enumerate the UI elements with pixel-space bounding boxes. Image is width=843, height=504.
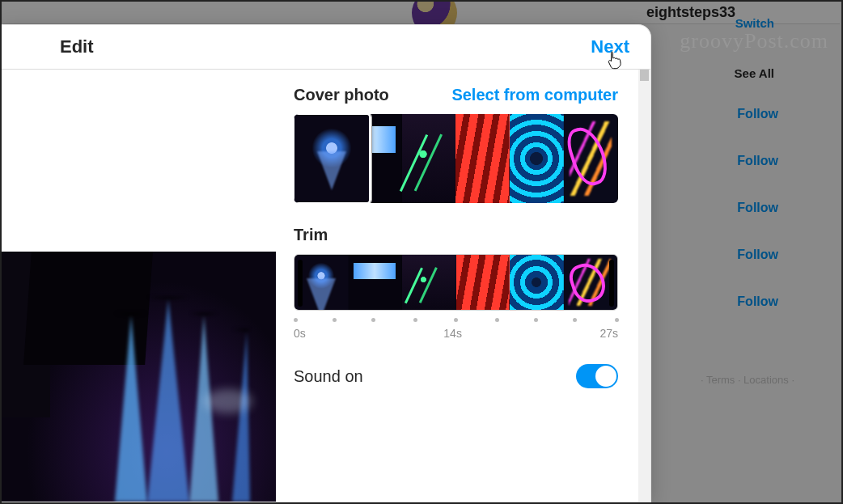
modal-title: Edit bbox=[60, 36, 94, 57]
edit-post-modal: Edit Next bbox=[2, 24, 651, 502]
modal-header: Edit Next bbox=[2, 25, 650, 70]
select-from-computer-link[interactable]: Select from computer bbox=[451, 86, 618, 104]
trim-frame bbox=[402, 255, 456, 310]
scrollbar-track[interactable] bbox=[638, 70, 650, 502]
cursor-pointer-icon bbox=[607, 50, 623, 70]
trim-tick-labels: 0s 14s 27s bbox=[294, 327, 618, 340]
trim-frame bbox=[456, 255, 510, 310]
cover-frame[interactable] bbox=[510, 114, 564, 203]
trim-frame bbox=[510, 255, 564, 310]
edit-controls: Cover photo Select from computer Trim bbox=[276, 70, 650, 502]
trim-frame bbox=[349, 255, 403, 310]
tick-label: 14s bbox=[443, 327, 462, 340]
toggle-knob bbox=[595, 366, 616, 387]
sound-toggle[interactable] bbox=[576, 364, 618, 388]
tick-label: 0s bbox=[294, 327, 306, 340]
trim-ticks bbox=[294, 316, 618, 325]
cover-frame[interactable] bbox=[402, 114, 456, 203]
cover-photo-heading: Cover photo bbox=[294, 86, 389, 104]
scrollbar-thumb[interactable] bbox=[640, 70, 649, 81]
trim-timeline[interactable] bbox=[294, 254, 618, 311]
trim-handle-start[interactable] bbox=[298, 260, 303, 307]
cover-frame-strip[interactable] bbox=[294, 114, 618, 203]
trim-heading: Trim bbox=[294, 226, 618, 244]
watermark: groovyPost.com bbox=[680, 29, 828, 53]
cover-frame[interactable] bbox=[455, 114, 510, 203]
cover-frame[interactable] bbox=[564, 114, 618, 203]
cover-frame-selector[interactable] bbox=[294, 114, 371, 203]
video-preview[interactable] bbox=[2, 70, 276, 502]
tick-label: 27s bbox=[599, 327, 618, 340]
trim-handle-end[interactable] bbox=[609, 260, 614, 307]
sound-on-label: Sound on bbox=[294, 367, 363, 386]
